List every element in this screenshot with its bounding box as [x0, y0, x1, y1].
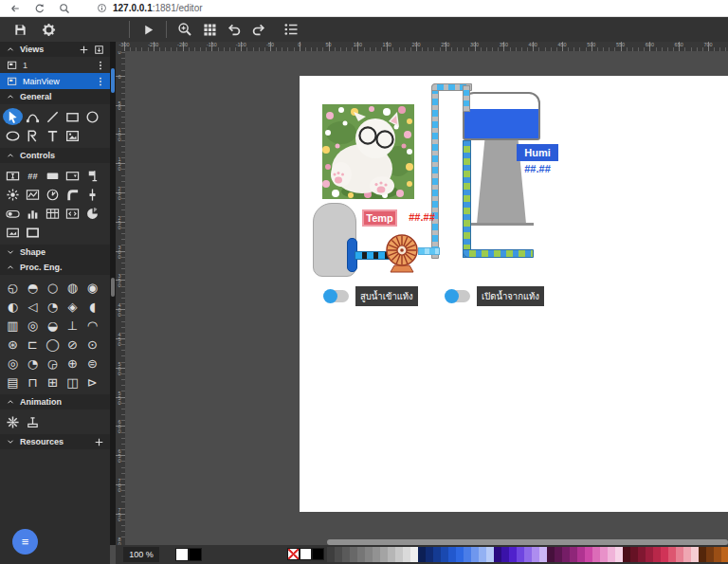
- add-view-icon[interactable]: [79, 45, 89, 55]
- palette-swatch[interactable]: [479, 547, 486, 562]
- toggle-open-out[interactable]: เปิดน้ำจากแท้ง: [446, 286, 544, 306]
- pipe-vertical[interactable]: [431, 83, 439, 259]
- temp-value[interactable]: ##.##: [400, 211, 444, 223]
- palette-swatch[interactable]: [532, 547, 539, 562]
- pump-fan[interactable]: [383, 231, 421, 273]
- import-view-icon[interactable]: [94, 45, 104, 55]
- palette-swatch[interactable]: [683, 547, 691, 562]
- kebab-icon[interactable]: [95, 76, 106, 87]
- proc-eng-shape-icon[interactable]: ◎: [3, 355, 23, 372]
- palette-swatch[interactable]: [608, 547, 615, 562]
- palette-swatch[interactable]: [373, 547, 380, 562]
- palette-swatch[interactable]: [547, 547, 555, 562]
- palette-swatch[interactable]: [577, 547, 585, 562]
- toggle-pump-in[interactable]: สูบน้ำเข้าแท้ง: [324, 286, 418, 306]
- palette-swatch[interactable]: [592, 547, 600, 562]
- slider-icon[interactable]: [82, 186, 102, 203]
- proc-eng-shape-icon[interactable]: ◯: [43, 336, 63, 353]
- palette-swatch[interactable]: [456, 547, 464, 562]
- palette-swatch[interactable]: [646, 547, 653, 562]
- palette-swatch[interactable]: [630, 547, 638, 562]
- proc-eng-shape-icon[interactable]: ◉: [82, 279, 102, 296]
- kebab-icon[interactable]: [95, 60, 106, 71]
- black-swatch[interactable]: [312, 548, 324, 560]
- palette-swatch[interactable]: [501, 547, 509, 562]
- rectangle-icon[interactable]: [63, 108, 82, 125]
- bar-chart-icon[interactable]: [23, 205, 43, 222]
- bezier-icon[interactable]: [23, 108, 43, 125]
- scrollbar-thumb[interactable]: [111, 278, 115, 297]
- proc-eng-shape-icon[interactable]: ⊘: [63, 336, 82, 353]
- palette-swatch[interactable]: [570, 547, 577, 562]
- view-item-MainView[interactable]: MainView: [0, 73, 110, 89]
- platform-line[interactable]: [470, 223, 534, 226]
- pipe-pump-outlet[interactable]: [418, 247, 440, 255]
- proc-eng-shape-icon[interactable]: ◒: [43, 317, 63, 334]
- palette-swatch[interactable]: [350, 547, 357, 562]
- humi-label[interactable]: Humi: [517, 144, 558, 161]
- palette-swatch[interactable]: [426, 547, 433, 562]
- path-icon[interactable]: [23, 127, 43, 144]
- palette-swatch[interactable]: [668, 547, 676, 562]
- grid-button[interactable]: [197, 19, 222, 40]
- pie-icon[interactable]: [82, 205, 102, 222]
- save-button[interactable]: [8, 19, 32, 40]
- palette-swatch[interactable]: [706, 547, 714, 562]
- general-section-header[interactable]: General: [0, 89, 110, 104]
- palette-swatch[interactable]: [691, 547, 699, 562]
- palette-swatch[interactable]: [335, 547, 342, 562]
- proc-eng-shape-icon[interactable]: ◁: [23, 298, 43, 315]
- text-icon[interactable]: [43, 127, 63, 144]
- palette-swatch[interactable]: [418, 547, 426, 562]
- cat-image[interactable]: [322, 104, 414, 199]
- input-icon[interactable]: [3, 167, 23, 184]
- add-resource-icon[interactable]: [94, 437, 104, 447]
- palette-swatch[interactable]: [539, 547, 547, 562]
- image-icon[interactable]: [63, 127, 82, 144]
- settings-button[interactable]: [36, 19, 61, 40]
- proc-eng-shape-icon[interactable]: ○: [43, 279, 63, 296]
- palette-swatch[interactable]: [509, 547, 517, 562]
- proc-eng-shape-icon[interactable]: ▤: [3, 373, 23, 391]
- pointer-icon[interactable]: [3, 108, 23, 125]
- proc-eng-shape-icon[interactable]: ◍: [63, 279, 82, 296]
- pipe-outlet-vertical[interactable]: [463, 140, 471, 258]
- palette-swatch[interactable]: [699, 547, 706, 562]
- proc-eng-section-header[interactable]: Proc. Eng.: [0, 260, 110, 275]
- reload-icon[interactable]: [34, 3, 46, 14]
- chart-icon[interactable]: [23, 186, 43, 203]
- fill-color-swatch[interactable]: [175, 548, 189, 561]
- pipe-tank-inlet[interactable]: [463, 85, 470, 112]
- stroke-color-swatch[interactable]: [189, 548, 202, 561]
- palette-swatch[interactable]: [676, 547, 683, 562]
- pipe-icon[interactable]: [63, 186, 82, 203]
- proc-eng-shape-icon[interactable]: ◐: [3, 298, 23, 315]
- pipe-outlet-horizontal[interactable]: [463, 249, 534, 258]
- palette-swatch[interactable]: [433, 547, 441, 562]
- proc-eng-shape-icon[interactable]: ◫: [63, 373, 82, 391]
- no-color-swatch[interactable]: [287, 548, 300, 560]
- palette-swatch[interactable]: [623, 547, 630, 562]
- workspace[interactable]: Humi ##.## Temp ##.## สูบน้ำเข้าแท้ง: [125, 51, 728, 539]
- proc-eng-shape-icon[interactable]: ⊛: [3, 336, 23, 353]
- palette-swatch[interactable]: [464, 547, 471, 562]
- palette-swatch[interactable]: [638, 547, 646, 562]
- proc-eng-shape-icon[interactable]: ⊥: [63, 317, 82, 334]
- views-section-header[interactable]: Views: [0, 42, 110, 57]
- flag-icon[interactable]: [82, 167, 102, 184]
- search-icon[interactable]: [59, 3, 70, 14]
- palette-swatch[interactable]: [653, 547, 661, 562]
- proc-eng-shape-icon[interactable]: ◔: [23, 355, 43, 372]
- proc-eng-shape-icon[interactable]: ⊞: [43, 373, 63, 391]
- back-icon[interactable]: [9, 3, 21, 14]
- palette-swatch[interactable]: [441, 547, 448, 562]
- pump-icon[interactable]: [23, 413, 43, 430]
- proc-eng-shape-icon[interactable]: ◓: [23, 279, 43, 296]
- palette-swatch[interactable]: [562, 547, 570, 562]
- fan-icon[interactable]: [3, 413, 23, 430]
- palette-swatch[interactable]: [395, 547, 403, 562]
- info-icon[interactable]: [97, 3, 107, 13]
- gauge-icon[interactable]: [3, 186, 23, 203]
- proc-eng-shape-icon[interactable]: ⊓: [23, 373, 43, 391]
- image-panel-icon[interactable]: [3, 224, 23, 241]
